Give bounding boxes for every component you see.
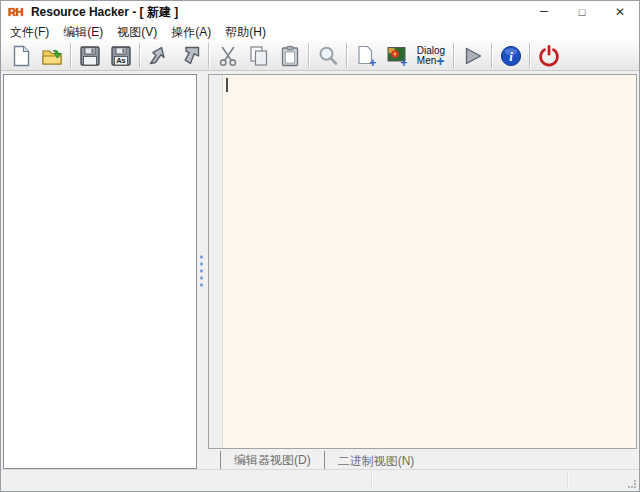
add-resource-button[interactable]: + — [350, 42, 381, 69]
find-button[interactable] — [312, 42, 343, 69]
toolbar-separator — [346, 43, 347, 68]
goto-resource-button[interactable] — [174, 42, 205, 69]
resize-grip[interactable] — [628, 480, 636, 488]
minimize-button[interactable]: – — [525, 1, 563, 23]
paste-icon — [278, 44, 302, 68]
toolbar-separator — [208, 43, 209, 68]
exit-icon — [537, 44, 561, 68]
resource-hacker-window: RH Resource Hacker - [ 新建 ] – □ ✕ 文件(F) … — [0, 0, 640, 492]
plus-icon: + — [436, 56, 444, 66]
run-icon — [461, 44, 485, 68]
toolbar: As — [1, 41, 639, 71]
resource-tree-panel[interactable] — [3, 74, 197, 469]
close-button[interactable]: ✕ — [601, 1, 639, 23]
toolbar-separator — [491, 43, 492, 68]
new-file-button[interactable] — [5, 42, 36, 69]
editor-panel — [208, 74, 637, 449]
add-dialog-menu-icon: Dialog Men + — [417, 46, 445, 66]
run-button[interactable] — [457, 42, 488, 69]
copy-icon — [247, 44, 271, 68]
maximize-button[interactable]: □ — [563, 1, 601, 23]
status-bar-separator — [567, 473, 568, 488]
save-as-icon: As — [109, 44, 133, 68]
text-caret — [226, 78, 228, 92]
menu-bar: 文件(F) 编辑(E) 视图(V) 操作(A) 帮助(H) — [1, 23, 639, 41]
new-file-icon — [9, 44, 33, 68]
toolbar-separator — [529, 43, 530, 68]
compile-script-button[interactable] — [143, 42, 174, 69]
menu-help[interactable]: 帮助(H) — [218, 23, 273, 42]
save-icon — [78, 44, 102, 68]
status-bar-separator — [371, 473, 372, 488]
svg-text:i: i — [509, 49, 513, 64]
add-image-resource-icon: + — [385, 44, 409, 68]
toolbar-separator — [453, 43, 454, 68]
toolbar-separator — [308, 43, 309, 68]
svg-text:+: + — [369, 56, 376, 68]
svg-text:+: + — [400, 56, 407, 68]
menu-label: Men — [417, 56, 436, 66]
copy-button[interactable] — [243, 42, 274, 69]
toolbar-separator — [139, 43, 140, 68]
splitter-grip-icon — [200, 255, 203, 286]
menu-action[interactable]: 操作(A) — [164, 23, 218, 42]
compile-script-icon — [147, 44, 171, 68]
add-dialog-menu-button[interactable]: Dialog Men + — [412, 42, 450, 69]
panel-splitter[interactable] — [197, 72, 208, 469]
cut-button[interactable] — [212, 42, 243, 69]
title-bar: RH Resource Hacker - [ 新建 ] – □ ✕ — [1, 1, 639, 23]
toolbar-separator — [70, 43, 71, 68]
menu-edit[interactable]: 编辑(E) — [56, 23, 110, 42]
about-icon: i — [499, 44, 523, 68]
menu-file[interactable]: 文件(F) — [3, 23, 56, 42]
view-tab-bar: 编辑器视图(D) 二进制视图(N) — [208, 451, 637, 471]
window-controls: – □ ✕ — [525, 1, 639, 23]
window-title: Resource Hacker - [ 新建 ] — [31, 4, 178, 21]
editor-gutter — [209, 75, 223, 448]
save-button[interactable] — [74, 42, 105, 69]
paste-button[interactable] — [274, 42, 305, 69]
tab-editor-view[interactable]: 编辑器视图(D) — [220, 451, 325, 471]
save-as-button[interactable]: As — [105, 42, 136, 69]
tab-binary-view[interactable]: 二进制视图(N) — [325, 451, 428, 471]
main-area: 编辑器视图(D) 二进制视图(N) — [1, 72, 639, 469]
app-icon: RH — [8, 7, 23, 18]
open-file-icon — [40, 44, 64, 68]
goto-resource-icon — [178, 44, 202, 68]
open-file-button[interactable] — [36, 42, 67, 69]
add-resource-icon: + — [354, 44, 378, 68]
status-bar — [1, 469, 639, 491]
find-icon — [316, 44, 340, 68]
svg-text:As: As — [116, 56, 126, 65]
menu-view[interactable]: 视图(V) — [110, 23, 164, 42]
cut-icon — [216, 44, 240, 68]
about-button[interactable]: i — [495, 42, 526, 69]
exit-button[interactable] — [533, 42, 564, 69]
editor-text-area[interactable] — [223, 75, 636, 448]
add-image-resource-button[interactable]: + — [381, 42, 412, 69]
